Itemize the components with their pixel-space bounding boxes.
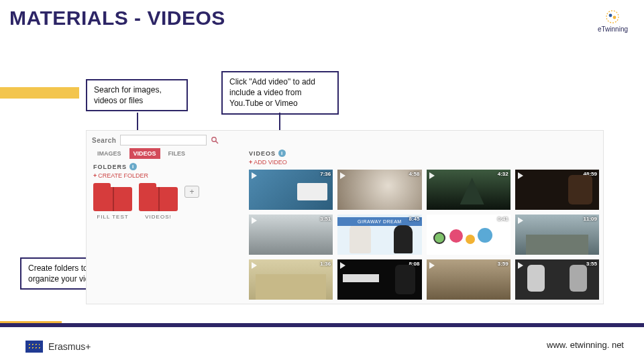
videos-area: VIDEOS i +ADD VIDEO 7:36 4:58 4:32 48:59… bbox=[249, 148, 603, 300]
folder-label: FILL TEST bbox=[93, 214, 132, 220]
video-thumb[interactable]: 3:51 bbox=[249, 215, 333, 255]
folder-icon bbox=[93, 183, 132, 211]
video-duration: 8:08 bbox=[409, 261, 419, 267]
footer-url: www. etwinning. net bbox=[547, 340, 624, 350]
video-duration: 4:32 bbox=[498, 171, 508, 177]
svg-point-3 bbox=[212, 137, 216, 141]
video-thumb[interactable]: GIRAWAY DREAM8:45 bbox=[337, 215, 421, 255]
video-thumb[interactable]: 11:09 bbox=[515, 215, 599, 255]
play-icon bbox=[252, 217, 257, 224]
add-video-label: ADD VIDEO bbox=[254, 159, 287, 166]
video-thumb[interactable]: 3:55 bbox=[515, 259, 599, 300]
video-duration: 3:55 bbox=[586, 261, 597, 267]
callout-add-video: Click "Add video" to add include a video… bbox=[221, 71, 339, 115]
video-duration: 3:51 bbox=[320, 216, 331, 222]
tab-images[interactable]: IMAGES bbox=[93, 148, 125, 159]
folder-icon bbox=[139, 183, 178, 211]
folder-label: VIDEOS! bbox=[139, 214, 178, 220]
info-icon[interactable]: i bbox=[278, 149, 286, 157]
folder-item[interactable]: VIDEOS! bbox=[139, 183, 178, 220]
videos-header: VIDEOS i bbox=[249, 149, 599, 157]
tab-files[interactable]: FILES bbox=[164, 148, 190, 159]
add-video-button[interactable]: +ADD VIDEO bbox=[249, 159, 599, 166]
eu-flag-icon bbox=[25, 341, 43, 353]
play-icon bbox=[518, 262, 523, 269]
video-thumb[interactable]: 0:41 bbox=[427, 215, 511, 255]
search-icon[interactable] bbox=[209, 135, 220, 145]
video-duration: 0:41 bbox=[498, 216, 508, 222]
play-icon bbox=[429, 217, 435, 224]
svg-point-2 bbox=[613, 16, 616, 19]
video-grid: 7:36 4:58 4:32 48:59 3:51 GIRAWAY DREAM8… bbox=[249, 170, 599, 300]
info-icon[interactable]: i bbox=[129, 163, 137, 170]
video-thumb[interactable]: 1:36 bbox=[249, 259, 333, 300]
play-icon bbox=[429, 172, 435, 179]
svg-line-4 bbox=[216, 141, 219, 144]
plus-icon: + bbox=[93, 172, 97, 179]
video-thumb[interactable]: 4:58 bbox=[337, 170, 421, 210]
video-thumb[interactable]: 8:08 bbox=[337, 259, 421, 300]
program-name: Erasmus+ bbox=[48, 341, 91, 352]
play-icon bbox=[429, 262, 435, 269]
play-icon bbox=[252, 172, 257, 179]
svg-point-1 bbox=[609, 14, 612, 17]
tab-videos[interactable]: VIDEOS bbox=[129, 148, 160, 159]
video-duration: 48:59 bbox=[584, 171, 597, 177]
videos-header-label: VIDEOS bbox=[249, 150, 276, 157]
video-duration: 1:36 bbox=[320, 261, 331, 267]
create-folder-button[interactable]: +CREATE FOLDER bbox=[93, 172, 242, 179]
video-thumb[interactable]: 3:59 bbox=[427, 259, 511, 300]
callout-search: Search for images, videos or files bbox=[86, 79, 188, 111]
video-thumb[interactable]: 4:32 bbox=[427, 170, 511, 210]
plus-icon: + bbox=[249, 159, 252, 166]
sidebar: IMAGES VIDEOS FILES FOLDERS i +CREATE FO… bbox=[87, 148, 249, 300]
tabs: IMAGES VIDEOS FILES bbox=[93, 148, 242, 159]
video-duration: 4:58 bbox=[409, 171, 419, 177]
search-row: Search bbox=[87, 131, 603, 148]
play-icon bbox=[518, 172, 523, 179]
page-title: MATERIALS - VIDEOS bbox=[0, 0, 644, 29]
svg-point-0 bbox=[606, 11, 619, 23]
decorative-tab bbox=[0, 87, 79, 99]
add-folder-chip[interactable]: + bbox=[184, 186, 199, 198]
footer-rule bbox=[0, 323, 644, 327]
video-duration: 7:36 bbox=[320, 171, 331, 177]
video-duration: 11:09 bbox=[584, 216, 597, 222]
folder-item[interactable]: FILL TEST bbox=[93, 183, 132, 220]
search-label: Search bbox=[92, 137, 116, 144]
video-duration: 8:45 bbox=[409, 216, 419, 222]
play-icon bbox=[340, 172, 345, 179]
create-folder-label: CREATE FOLDER bbox=[98, 172, 148, 179]
folders-header: FOLDERS i bbox=[93, 163, 242, 170]
materials-panel: Search IMAGES VIDEOS FILES FOLDERS i +CR… bbox=[86, 130, 604, 304]
etwinning-logo: eTwinning bbox=[598, 9, 628, 33]
play-icon bbox=[518, 217, 523, 224]
play-icon bbox=[340, 262, 345, 269]
footer-left: Erasmus+ bbox=[25, 341, 91, 353]
etwinning-logo-text: eTwinning bbox=[598, 25, 628, 33]
play-icon bbox=[252, 262, 257, 269]
video-thumb[interactable]: 48:59 bbox=[515, 170, 599, 210]
folder-row: FILL TEST VIDEOS! + bbox=[93, 183, 242, 220]
folders-header-label: FOLDERS bbox=[93, 164, 127, 170]
video-thumb[interactable]: 7:36 bbox=[249, 170, 333, 210]
search-input[interactable] bbox=[120, 135, 207, 145]
etwinning-icon bbox=[602, 9, 623, 24]
video-duration: 3:59 bbox=[498, 261, 508, 267]
